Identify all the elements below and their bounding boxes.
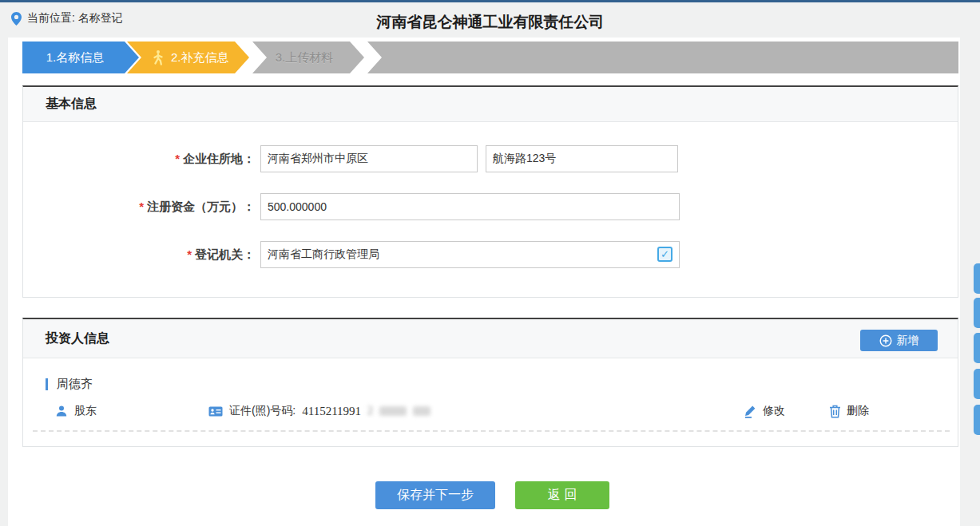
investor-role-label: 股东 — [74, 404, 97, 418]
delete-label: 删除 — [847, 404, 869, 418]
address-street-input[interactable] — [486, 145, 678, 172]
basic-info-panel: 基本信息 *企业住所地： *注册资金（万元）： *登记机关： ✓ — [22, 85, 958, 298]
registered-capital-input[interactable] — [260, 193, 680, 220]
side-tab[interactable] — [974, 298, 980, 328]
save-and-next-button[interactable]: 保存并下一步 — [375, 481, 495, 509]
required-mark: * — [175, 152, 180, 165]
circle-plus-icon — [879, 334, 892, 347]
address-region-input[interactable] — [260, 145, 478, 172]
side-tab[interactable] — [974, 333, 980, 363]
side-tab[interactable] — [974, 263, 980, 294]
step-1-label: 1.名称信息 — [22, 50, 139, 65]
authority-label: *登记机关： — [23, 241, 255, 268]
add-investor-label: 新增 — [897, 334, 919, 348]
required-mark: * — [139, 200, 144, 213]
required-mark: * — [187, 247, 192, 261]
edit-label: 修改 — [763, 404, 785, 418]
edit-investor-button[interactable]: 修改 — [744, 404, 785, 418]
investor-detail-row: 股东 证件(照)号码: 4115211991 2 — [23, 404, 959, 423]
side-tab[interactable] — [974, 405, 980, 435]
step-bar-tail — [367, 42, 958, 73]
location-pin-icon — [11, 12, 22, 26]
basic-info-title: 基本信息 — [23, 96, 97, 113]
step-3-label: 3.上传材料 — [252, 50, 364, 65]
delete-investor-button[interactable]: 删除 — [829, 404, 869, 418]
investor-header: 投资人信息 新增 — [23, 319, 958, 358]
investor-name-row: 周德齐 — [46, 377, 93, 392]
side-tab[interactable] — [974, 369, 980, 399]
step-2-label: 2.补充信息 — [171, 50, 229, 65]
investor-title: 投资人信息 — [23, 330, 109, 347]
page: 当前位置: 名称登记 河南省昆仑神通工业有限责任公司 1.名称信息 2.补充信息… — [0, 0, 980, 526]
step-2-supplement-info[interactable]: 2.补充信息 — [127, 42, 249, 73]
id-redaction-blob — [379, 406, 407, 416]
capital-label: *注册资金（万元）： — [23, 193, 255, 220]
pencil-icon — [744, 405, 757, 418]
add-investor-button[interactable]: 新增 — [860, 330, 938, 351]
id-number-visible: 4115211991 — [302, 405, 361, 418]
top-accent-line — [0, 0, 980, 2]
investor-id: 证件(照)号码: 4115211991 2 — [208, 404, 430, 418]
page-title: 河南省昆仑神通工业有限责任公司 — [22, 12, 958, 33]
basic-info-header: 基本信息 — [23, 87, 958, 122]
investor-role: 股东 — [55, 404, 97, 418]
authority-picker-checkbox-icon[interactable]: ✓ — [657, 247, 673, 262]
id-redaction-blob — [413, 406, 430, 416]
back-button[interactable]: 返 回 — [515, 481, 609, 509]
trash-icon — [829, 405, 841, 418]
investor-panel: 投资人信息 新增 周德齐 — [22, 318, 958, 447]
person-icon — [55, 405, 68, 417]
name-accent-bar — [46, 378, 48, 390]
walking-person-icon — [151, 49, 165, 65]
address-label: *企业住所地： — [23, 145, 255, 172]
investor-row-divider — [33, 430, 950, 432]
id-card-icon — [208, 405, 223, 417]
step-1-name-info[interactable]: 1.名称信息 — [22, 42, 139, 73]
id-number-label: 证件(照)号码: — [229, 404, 296, 418]
step-3-upload-materials[interactable]: 3.上传材料 — [252, 42, 364, 73]
registration-authority-input[interactable] — [260, 241, 680, 268]
id-number-blurred: 2 — [367, 405, 373, 417]
investor-name: 周德齐 — [57, 377, 93, 392]
